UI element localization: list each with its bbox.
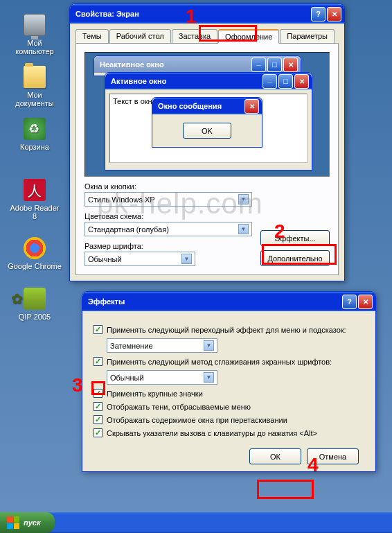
- max-icon: [278, 74, 293, 89]
- text-in-window: Текст в окне: [113, 97, 157, 105]
- advanced-button[interactable]: Дополнительно: [260, 250, 330, 266]
- min-icon: [262, 74, 277, 89]
- inactive-title: Неактивное окно: [100, 60, 250, 69]
- checkbox-label: Применять следующий метод сглаживания эк…: [107, 358, 332, 366]
- select-value: Обычный: [110, 374, 144, 382]
- titlebar[interactable]: Эффекты: [82, 292, 375, 311]
- preview-msgbox: Окно сообщения OK: [152, 97, 262, 148]
- select-font-size[interactable]: Обычный ▼: [84, 252, 195, 266]
- msgbox-title: Окно сообщения: [158, 102, 243, 110]
- label-font-size: Размер шрифта:: [84, 242, 252, 250]
- close-button[interactable]: [358, 295, 373, 309]
- close-icon: [244, 99, 259, 114]
- tab-content: Неактивное окно Активное окно Текст: [75, 44, 339, 275]
- label-color-scheme: Цветовая схема:: [84, 212, 252, 220]
- chevron-down-icon: ▼: [204, 372, 214, 383]
- icon-label: Мойкомпьютер: [7, 39, 62, 55]
- start-button[interactable]: пуск: [0, 512, 55, 533]
- windows-logo-icon: [7, 516, 19, 529]
- effects-dialog: Эффекты Применять следующий переходный э…: [82, 291, 376, 472]
- select-value: Стандартная (голубая): [88, 225, 169, 234]
- taskbar: пуск: [0, 512, 392, 533]
- annotation-box-4: [257, 480, 314, 499]
- preview-body: Текст в окне Окно сообщения OK: [109, 94, 308, 163]
- icon-label: Корзина: [7, 143, 62, 151]
- desktop-icon-qip[interactable]: QIP 2005: [7, 288, 62, 321]
- checkbox-label: Применять следующий переходный эффект дл…: [107, 326, 346, 334]
- chevron-down-icon: ▼: [181, 254, 192, 264]
- preview-area: Неактивное окно Активное окно Текст: [84, 52, 330, 177]
- icon-label: Google Chrome: [7, 262, 62, 270]
- select-value: Стиль Windows XP: [88, 195, 155, 204]
- effects-button[interactable]: Эффекты...: [260, 230, 330, 246]
- checkbox-menu-shadows[interactable]: [93, 402, 103, 411]
- desktop-icon-adobe[interactable]: Adobe Reader8: [7, 179, 62, 220]
- chrome-icon: [24, 237, 46, 259]
- close-icon: [294, 74, 309, 89]
- annotation-num-4: 4: [308, 454, 319, 476]
- adobe-icon: [24, 179, 46, 201]
- checkbox-transition[interactable]: [93, 325, 103, 334]
- start-label: пуск: [24, 518, 41, 527]
- close-button[interactable]: [327, 7, 341, 21]
- checkbox-label: Скрывать указатели вызова с клавиатуры д…: [107, 429, 317, 437]
- titlebar[interactable]: Свойства: Экран: [70, 4, 344, 24]
- desktop-icon-mydocs[interactable]: Моидокументы: [7, 66, 62, 107]
- min-icon: [251, 58, 266, 72]
- preview-active-window: Активное окно Текст в окне Окно сообщени…: [105, 72, 312, 171]
- tab-screensaver[interactable]: Заставка: [172, 29, 217, 43]
- msgbox-ok-button: OK: [183, 123, 231, 139]
- checkbox-label: Отображать содержимое окна при перетаски…: [107, 416, 287, 424]
- desktop-icon-mycomputer[interactable]: Мойкомпьютер: [7, 14, 62, 55]
- ok-button[interactable]: ОК: [249, 448, 301, 464]
- icon-label: Adobe Reader8: [7, 204, 62, 220]
- close-icon: [283, 58, 298, 72]
- annotation-num-3: 3: [72, 374, 83, 396]
- select-transition[interactable]: Затемнение ▼: [107, 338, 217, 353]
- checkbox-label: Применять крупные значки: [107, 390, 203, 398]
- label-windows-buttons: Окна и кнопки:: [84, 182, 252, 191]
- display-properties-window: Свойства: Экран Темы Рабочий стол Застав…: [69, 3, 345, 281]
- checkbox-hide-cues[interactable]: [93, 428, 103, 437]
- tab-themes[interactable]: Темы: [75, 29, 109, 43]
- chevron-down-icon: ▼: [238, 194, 249, 204]
- monitor-icon: [24, 14, 46, 36]
- chevron-down-icon: ▼: [204, 340, 214, 351]
- select-windows-buttons[interactable]: Стиль Windows XP ▼: [84, 192, 252, 207]
- tab-desktop[interactable]: Рабочий стол: [109, 29, 171, 43]
- select-value: Обычный: [88, 255, 122, 263]
- checkbox-drag-contents[interactable]: [93, 415, 103, 424]
- recycle-icon: [24, 118, 46, 140]
- active-title: Активное окно: [111, 77, 261, 85]
- tab-appearance[interactable]: Оформление: [218, 29, 279, 44]
- tabs: Темы Рабочий стол Заставка Оформление Па…: [75, 29, 339, 44]
- help-button[interactable]: [342, 295, 357, 309]
- tab-settings[interactable]: Параметры: [280, 29, 335, 43]
- checkbox-label: Отображать тени, отбрасываемые меню: [107, 403, 251, 411]
- icon-label: QIP 2005: [7, 313, 62, 321]
- select-value: Затемнение: [110, 342, 153, 350]
- desktop-icon-recycle[interactable]: Корзина: [7, 118, 62, 151]
- checkbox-large-icons[interactable]: [93, 389, 103, 398]
- select-color-scheme[interactable]: Стандартная (голубая) ▼: [84, 222, 252, 236]
- annotation-num-2: 2: [274, 220, 285, 243]
- select-smoothing[interactable]: Обычный ▼: [107, 370, 217, 385]
- qip-icon: [24, 288, 46, 310]
- checkbox-smoothing[interactable]: [93, 357, 103, 366]
- window-body: Темы Рабочий стол Заставка Оформление Па…: [70, 24, 344, 281]
- icon-label: Моидокументы: [7, 91, 62, 107]
- desktop-icon-chrome[interactable]: Google Chrome: [7, 237, 62, 270]
- help-button[interactable]: [311, 7, 326, 21]
- dialog-title: Эффекты: [88, 297, 341, 306]
- max-icon: [267, 58, 282, 72]
- annotation-num-1: 1: [186, 6, 197, 28]
- folder-icon: [24, 66, 46, 88]
- chevron-down-icon: ▼: [238, 224, 249, 234]
